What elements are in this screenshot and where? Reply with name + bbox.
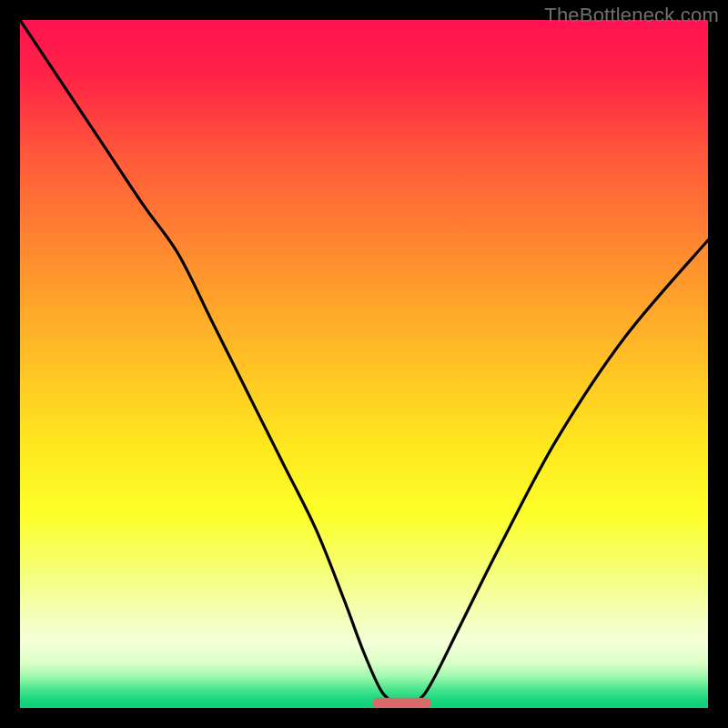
app-frame: TheBottleneck.com	[0, 0, 728, 728]
watermark-text: TheBottleneck.com	[544, 4, 719, 27]
optimal-marker	[372, 698, 430, 708]
bottleneck-plot	[20, 20, 708, 708]
